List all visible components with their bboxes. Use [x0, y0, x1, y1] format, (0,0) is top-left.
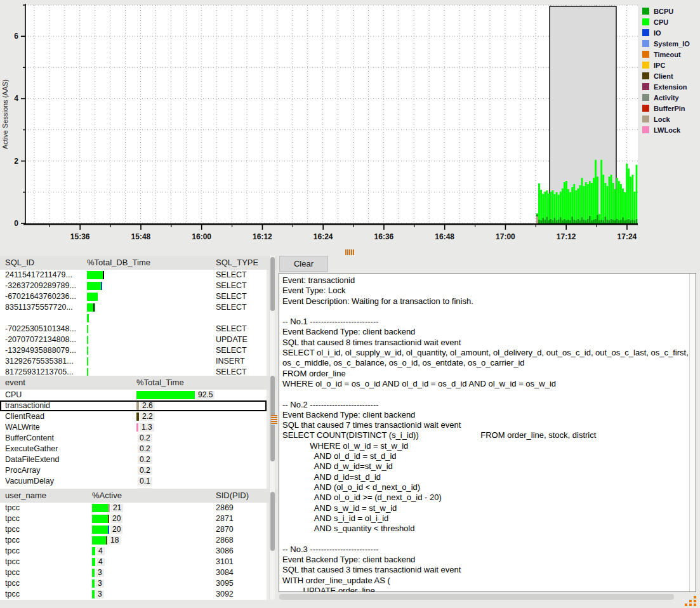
table-row[interactable]: ExecuteGather0.2: [0, 444, 267, 454]
value-chip: 0.2: [138, 434, 152, 442]
clear-button[interactable]: Clear: [279, 256, 328, 272]
bar-segment-cpu: [92, 579, 95, 588]
legend-item-extension: Extension: [642, 81, 690, 92]
table-row[interactable]: transactionid2.6: [0, 400, 267, 411]
legend-label: IPC: [654, 62, 665, 69]
sql-id-cell: 24115417211479...: [5, 270, 72, 279]
table-row[interactable]: -70225305101348...SELECT: [0, 324, 267, 334]
sql-type-cell: SELECT: [216, 270, 247, 279]
legend-label: System_IO: [654, 40, 690, 48]
legend-item-lwlock: LWLock: [642, 124, 690, 135]
svg-text:17:24: 17:24: [617, 232, 637, 241]
table-row[interactable]: ProcArray0.2: [0, 465, 267, 476]
legend-swatch-icon: [642, 94, 649, 101]
sql-type-cell: SELECT: [216, 281, 247, 290]
db-time-bar: [87, 303, 95, 312]
table-scrollbar[interactable]: [269, 376, 275, 489]
detail-horizontal-scrollbar[interactable]: [279, 594, 674, 600]
table-row[interactable]: BufferContent0.2: [0, 433, 267, 444]
sql-table: SQL_ID%Total_DB_TimeSQL_TYPE241154172114…: [0, 256, 277, 376]
table-row[interactable]: -67021643760236...SELECT: [0, 291, 267, 302]
active-bar: 3: [92, 590, 104, 598]
db-time-bar: [87, 293, 98, 301]
table-scrollbar[interactable]: [269, 256, 275, 376]
y-axis-label: Active Sessions (AAS): [1, 79, 9, 149]
table-row[interactable]: VacuumDelay0.1: [0, 476, 267, 487]
event-table: event%Total_TimeCPU92.5transactionid2.6C…: [0, 376, 277, 489]
sql-type-cell: SELECT: [216, 367, 247, 376]
scrollbar-thumb[interactable]: [270, 257, 275, 311]
sql-id-cell: -13294935888079...: [5, 346, 76, 355]
table-row[interactable]: tpcc33092: [0, 589, 267, 600]
bar-segment-cpu: [87, 303, 93, 312]
vertical-splitter-grip[interactable]: [271, 415, 277, 425]
table-row[interactable]: DataFileExtend0.2: [0, 454, 267, 465]
db-time-bar: [87, 314, 89, 322]
table-scrollbar[interactable]: [269, 489, 275, 600]
table-row[interactable]: 31292675535381...INSERT: [0, 356, 267, 367]
table-row[interactable]: tpcc212869: [0, 503, 267, 513]
bar-segment-cpu: [92, 504, 109, 512]
horizontal-splitter-grip[interactable]: [345, 249, 354, 255]
legend-label: Extension: [654, 83, 687, 91]
detail-vertical-scrollbar[interactable]: [689, 274, 696, 591]
legend-label: IO: [654, 29, 661, 37]
table-row[interactable]: tpcc43101: [0, 557, 267, 567]
total-time-bar: 2.2: [136, 413, 155, 421]
event-name-cell: CPU: [5, 390, 22, 399]
bar-segment-cpu: [92, 547, 95, 555]
table-row[interactable]: -32637209289789...SELECT: [0, 281, 267, 291]
legend-item-ipc: IPC: [642, 60, 690, 70]
legend-item-lock: Lock: [642, 114, 690, 124]
legend-swatch-icon: [642, 51, 649, 58]
resize-grip[interactable]: [683, 596, 700, 608]
aas-chart[interactable]: 024615:3615:4816:0016:1216:2416:3616:481…: [0, 0, 700, 246]
db-time-bar: [87, 271, 104, 279]
legend-swatch-icon: [642, 116, 649, 122]
event-name-cell: BufferContent: [5, 433, 54, 442]
bar-segment-cpu: [92, 536, 106, 545]
legend-label: Timeout: [654, 51, 681, 58]
sql-type-cell: SELECT: [216, 303, 247, 312]
table-row[interactable]: [0, 313, 267, 324]
table-row[interactable]: 83511375557720...SELECT: [0, 302, 267, 313]
scrollbar-thumb[interactable]: [270, 492, 275, 551]
column-header: user_name: [5, 491, 46, 500]
active-bar: 21: [92, 504, 123, 512]
table-row[interactable]: 81725931213705...SELECT: [0, 367, 267, 376]
table-row[interactable]: tpcc202871: [0, 513, 267, 524]
svg-text:15:48: 15:48: [131, 232, 151, 241]
value-chip: 4: [96, 558, 105, 566]
table-body: tpcc212869tpcc202871tpcc202870tpcc182868…: [0, 503, 267, 600]
table-row[interactable]: WALWrite1.3: [0, 422, 267, 433]
value-chip: 0.2: [138, 456, 152, 464]
sid-pid-cell: 3101: [216, 557, 234, 566]
sid-pid-cell: 3084: [216, 568, 234, 577]
table-row[interactable]: tpcc33095: [0, 578, 267, 589]
table-row[interactable]: tpcc182868: [0, 535, 267, 546]
column-header: %Total_DB_Time: [87, 258, 150, 267]
table-header: event%Total_Time: [0, 376, 277, 390]
user-name-cell: tpcc: [5, 525, 20, 534]
table-row[interactable]: ClientRead2.2: [0, 411, 267, 422]
table-row[interactable]: -13294935888079...SELECT: [0, 345, 267, 356]
value-chip: 21: [111, 504, 123, 512]
event-detail-textarea[interactable]: Event: transactionid Event Type: Lock Ev…: [279, 273, 696, 592]
event-name-cell: DataFileExtend: [5, 455, 59, 464]
svg-text:16:12: 16:12: [253, 232, 272, 241]
user-name-cell: tpcc: [5, 536, 20, 545]
bar-segment-client: [108, 515, 109, 523]
table-row[interactable]: tpcc202870: [0, 524, 267, 535]
bar-segment-lock: [136, 402, 139, 410]
sid-pid-cell: 2869: [216, 503, 234, 512]
table-row[interactable]: tpcc33084: [0, 567, 267, 578]
db-time-bar: [87, 347, 88, 355]
bar-segment-cpu: [92, 569, 95, 577]
table-row[interactable]: -20707072134808...UPDATE: [0, 334, 267, 345]
table-row[interactable]: tpcc43086: [0, 546, 267, 557]
bar-segment-cpu: [87, 336, 88, 344]
table-row[interactable]: CPU92.5: [0, 390, 267, 400]
value-chip: 20: [110, 515, 122, 523]
bar-segment-cpu: [87, 347, 88, 355]
table-row[interactable]: 24115417211479...SELECT: [0, 270, 267, 281]
